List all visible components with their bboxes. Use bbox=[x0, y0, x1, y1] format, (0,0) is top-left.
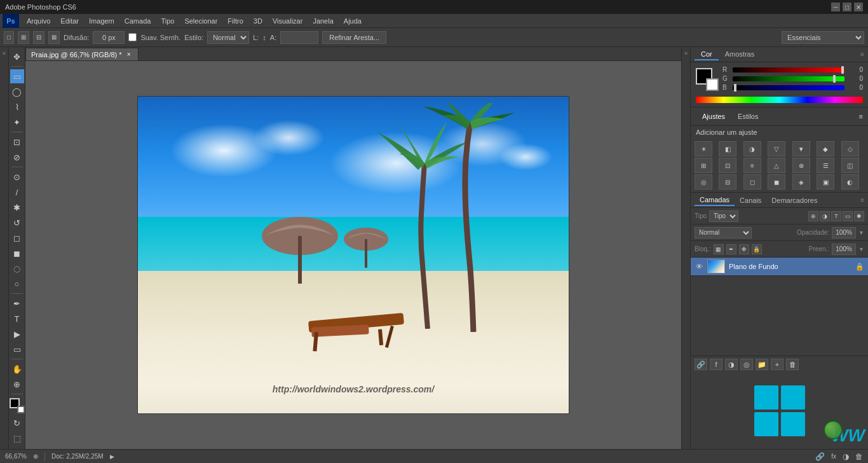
pen-tool[interactable]: ✒ bbox=[10, 296, 24, 310]
color-panel-collapse[interactable]: ≡ bbox=[860, 51, 864, 58]
menu-janela[interactable]: Janela bbox=[308, 16, 338, 26]
filter-smart-icon[interactable]: ✱ bbox=[854, 211, 864, 221]
gradient-tool[interactable]: ◼ bbox=[10, 246, 24, 260]
menu-ajuda[interactable]: Ajuda bbox=[339, 16, 367, 26]
workspace-select[interactable]: Essenciais bbox=[782, 31, 864, 44]
estilos-tab[interactable]: Estilos bbox=[731, 110, 764, 123]
new-layer-btn[interactable]: + bbox=[771, 359, 783, 370]
posterize-btn[interactable]: ☰ bbox=[817, 158, 834, 173]
invert-btn[interactable]: ⊕ bbox=[792, 158, 810, 173]
shape-tool[interactable]: ▭ bbox=[10, 342, 24, 356]
delete-layer-btn[interactable]: 🗑 bbox=[786, 359, 799, 370]
threshold-btn[interactable]: ◫ bbox=[841, 158, 859, 173]
filter-text-icon[interactable]: T bbox=[831, 211, 841, 221]
menu-camada[interactable]: Camada bbox=[119, 16, 156, 26]
zoom-tool[interactable]: ⊕ bbox=[10, 377, 24, 391]
add-mask-btn[interactable]: ◑ bbox=[725, 359, 738, 370]
eyedropper-tool[interactable]: ⊘ bbox=[10, 150, 24, 164]
intersect-selection-btn[interactable]: ⊠ bbox=[48, 31, 60, 44]
doc-info-arrow[interactable]: ▶ bbox=[110, 453, 114, 460]
levels-btn[interactable]: ◧ bbox=[719, 141, 736, 156]
subtract-selection-btn[interactable]: ⊟ bbox=[33, 31, 44, 44]
add-style-btn[interactable]: f bbox=[710, 359, 722, 370]
r-slider-handle[interactable] bbox=[841, 66, 844, 74]
lock-position-btn[interactable]: ✥ bbox=[739, 244, 749, 254]
opacity-arrow[interactable]: ▼ bbox=[858, 230, 864, 236]
adj-btn-20[interactable]: ▣ bbox=[817, 174, 834, 190]
menu-editar[interactable]: Editar bbox=[55, 16, 84, 26]
table-row[interactable]: 👁 Plano de Fundo 🔒 bbox=[691, 258, 868, 276]
color-lookup-btn[interactable]: △ bbox=[768, 158, 785, 173]
layers-filter-select[interactable]: Tipo bbox=[709, 211, 738, 222]
new-group-btn[interactable]: 📁 bbox=[756, 359, 768, 370]
history-brush-tool[interactable]: ↺ bbox=[10, 216, 24, 230]
antialias-checkbox[interactable] bbox=[128, 33, 137, 41]
opacity-input[interactable] bbox=[832, 227, 856, 238]
eraser-tool[interactable]: ◻ bbox=[10, 231, 24, 245]
demarcadores-tab[interactable]: Demarcadores bbox=[766, 195, 822, 205]
refinar-aresta-button[interactable]: Refinar Aresta... bbox=[322, 31, 386, 44]
move-tool[interactable]: ✥ bbox=[10, 50, 24, 64]
selective-color-btn[interactable]: ⊟ bbox=[719, 174, 736, 190]
document-tab[interactable]: Praia.jpg @ 66,7% (RGB/8) * × bbox=[25, 48, 139, 60]
background-swatch[interactable] bbox=[17, 406, 25, 413]
adj-btn-21[interactable]: ◐ bbox=[841, 174, 859, 190]
channel-mixer-btn[interactable]: ≡ bbox=[743, 158, 761, 173]
adj-btn-18[interactable]: ◼ bbox=[768, 174, 785, 190]
cor-tab[interactable]: Cor bbox=[695, 49, 719, 60]
lock-all-btn[interactable]: 🔒 bbox=[752, 244, 762, 254]
right-collapse-arrow[interactable]: » bbox=[684, 50, 688, 57]
filter-adj-icon[interactable]: ◑ bbox=[820, 211, 830, 221]
menu-tipo[interactable]: Tipo bbox=[156, 16, 179, 26]
layer-visibility-btn[interactable]: 👁 bbox=[695, 262, 703, 271]
healing-brush-tool[interactable]: ⊙ bbox=[10, 170, 24, 184]
menu-filtro[interactable]: Filtro bbox=[222, 16, 248, 26]
maximize-button[interactable]: □ bbox=[843, 3, 851, 11]
menu-visualizar[interactable]: Visualizar bbox=[268, 16, 308, 26]
screen-mode-btn[interactable]: ⬚ bbox=[10, 431, 24, 445]
status-link-icon[interactable]: 🔗 bbox=[815, 452, 825, 461]
left-collapse-arrow[interactable]: « bbox=[3, 50, 6, 57]
adj-btn-19[interactable]: ◈ bbox=[792, 174, 810, 190]
canais-tab[interactable]: Canais bbox=[735, 195, 766, 205]
vibrance-btn[interactable]: ▼ bbox=[792, 141, 810, 156]
photo-filter-btn[interactable]: ⊡ bbox=[719, 158, 736, 173]
filter-pixel-icon[interactable]: ⊕ bbox=[808, 211, 818, 221]
bw-btn[interactable]: ⊞ bbox=[695, 158, 712, 173]
crop-tool[interactable]: ⊡ bbox=[10, 135, 24, 149]
rotate-view-tool[interactable]: ↻ bbox=[10, 416, 24, 430]
fill-input[interactable] bbox=[832, 244, 856, 255]
clone-stamp-tool[interactable]: ✱ bbox=[10, 200, 24, 214]
hand-tool[interactable]: ✋ bbox=[10, 362, 24, 376]
status-fx-icon[interactable]: fx bbox=[831, 453, 836, 460]
menu-3d[interactable]: 3D bbox=[248, 16, 268, 26]
amostras-tab[interactable]: Amostras bbox=[719, 49, 761, 60]
status-trash-icon[interactable]: 🗑 bbox=[855, 452, 863, 461]
diffusion-input[interactable] bbox=[93, 31, 125, 44]
marquee-rect-tool[interactable]: ▭ bbox=[10, 69, 24, 83]
blend-mode-select[interactable]: Normal bbox=[695, 227, 752, 238]
filter-shape-icon[interactable]: ▭ bbox=[843, 211, 853, 221]
status-mask-icon[interactable]: ◑ bbox=[843, 452, 849, 461]
b-slider-handle[interactable] bbox=[734, 84, 736, 92]
menu-imagem[interactable]: Imagem bbox=[84, 16, 119, 26]
lasso-tool[interactable]: ⌇ bbox=[10, 100, 24, 114]
layers-panel-collapse[interactable]: ≡ bbox=[860, 197, 864, 204]
brush-tool[interactable]: / bbox=[10, 185, 24, 199]
new-fill-adj-btn[interactable]: ◎ bbox=[740, 359, 753, 370]
canvas-container[interactable]: http://worldwindows2.wordpress.com/ bbox=[25, 61, 681, 449]
menu-arquivo[interactable]: Arquivo bbox=[22, 16, 55, 26]
tab-close-btn[interactable]: × bbox=[127, 51, 131, 58]
link-layers-btn[interactable]: 🔗 bbox=[695, 359, 707, 370]
adj-panel-collapse[interactable]: ≡ bbox=[859, 113, 863, 120]
lock-transparent-btn[interactable]: ▦ bbox=[714, 244, 724, 254]
camadas-tab[interactable]: Camadas bbox=[695, 195, 735, 206]
lock-image-btn[interactable]: ✒ bbox=[726, 244, 736, 254]
magic-wand-tool[interactable]: ✦ bbox=[10, 115, 24, 129]
hsl-btn[interactable]: ◆ bbox=[817, 141, 834, 156]
ajustes-tab[interactable]: Ajustes bbox=[696, 110, 731, 123]
curves-btn[interactable]: ◑ bbox=[743, 141, 761, 156]
dodge-tool[interactable]: ○ bbox=[10, 277, 24, 291]
path-select-tool[interactable]: ▶ bbox=[10, 327, 24, 341]
add-selection-btn[interactable]: ⊞ bbox=[18, 31, 29, 44]
